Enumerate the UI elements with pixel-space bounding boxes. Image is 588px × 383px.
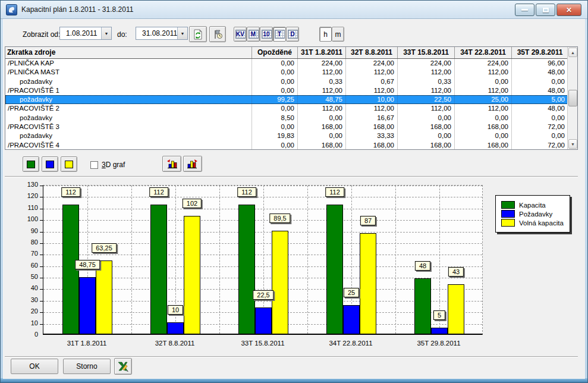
table-row[interactable]: /PLNIČKA KAP0,00224,00224,00224,00224,00… xyxy=(5,59,577,68)
period-button-10[interactable]: 10 xyxy=(260,27,273,42)
refresh-plan-button[interactable] xyxy=(189,26,207,42)
y-tick xyxy=(40,324,43,325)
period-button-m[interactable]: M xyxy=(247,27,260,42)
table-header-cell: 32T 8.8.2011 xyxy=(346,47,398,58)
value-cell: 0,00 xyxy=(512,114,568,123)
y-tick xyxy=(40,197,43,197)
value-cell: 112,00 xyxy=(398,86,455,95)
table-row[interactable]: /PRACOVIŠTĚ 20,00112,00112,00112,00112,0… xyxy=(5,104,577,113)
resource-name-cell: požadavky xyxy=(5,77,252,86)
period-button-d[interactable]: D xyxy=(286,27,299,42)
bar xyxy=(238,205,255,334)
titlebar[interactable]: Kapacitní plán 1.8.2011 - 31.8.2011 ✕ xyxy=(1,1,587,19)
series-color-button-1[interactable] xyxy=(42,156,58,172)
scrollbar-thumb[interactable] xyxy=(568,90,577,106)
value-cell: 48,00 xyxy=(512,68,568,77)
chart-next-button[interactable] xyxy=(183,156,202,172)
y-tick-label: 80 xyxy=(18,238,38,246)
footer-separator xyxy=(5,356,578,357)
milestone-flag-button[interactable] xyxy=(209,26,226,42)
bar-label-connector xyxy=(87,269,87,277)
excel-export-button[interactable] xyxy=(114,358,132,375)
date-from-combobox[interactable]: 1.08.2011 ▼ xyxy=(59,27,112,40)
value-cell: 0,00 xyxy=(455,131,512,140)
series-color-button-0[interactable] xyxy=(23,156,39,172)
value-cell: 99,25 xyxy=(252,95,298,104)
y-tick xyxy=(40,312,43,313)
period-button-kv[interactable]: KV xyxy=(234,27,247,42)
value-cell: 168,00 xyxy=(298,123,346,131)
table-header-cell: 33T 15.8.2011 xyxy=(398,47,455,58)
flag-clock-icon xyxy=(213,29,223,39)
value-cell: 96,00 xyxy=(512,59,568,68)
minimize-button[interactable] xyxy=(515,4,534,16)
y-tick-label: 70 xyxy=(18,250,38,257)
close-button[interactable]: ✕ xyxy=(556,4,581,16)
date-to-combobox[interactable]: 31.08.2011 ▼ xyxy=(136,27,188,40)
capacity-chart: 11248,7563,251121010211222,589,511225874… xyxy=(3,178,585,354)
capacity-plan-window: Kapacitní plán 1.8.2011 - 31.8.2011 ✕ Zo… xyxy=(0,0,588,383)
y-gridline xyxy=(43,197,482,197)
table-row[interactable]: požadavky99,2548,7510,0022,5025,005,00 xyxy=(5,95,577,104)
bar-value-label: 89,5 xyxy=(269,214,290,223)
period-button-label: T xyxy=(275,30,284,38)
bar-value-label: 25 xyxy=(344,288,359,297)
table-row[interactable]: požadavky8,500,0016,670,000,000,00 xyxy=(5,114,577,123)
date-from-dropdown-arrow-icon[interactable]: ▼ xyxy=(101,27,111,39)
legend-swatch-icon xyxy=(501,210,515,218)
bar xyxy=(79,277,96,334)
table-row[interactable]: /PLNIČKA MAST0,00112,00112,00112,00112,0… xyxy=(5,68,577,77)
resource-name-cell: /PRACOVIŠTĚ 4 xyxy=(5,141,252,150)
scroll-up-icon[interactable]: ▲ xyxy=(568,48,577,57)
dialog-client: Zobrazit od: 1.08.2011 ▼ do: 31.08.2011 … xyxy=(3,19,585,379)
bar-value-label: 87 xyxy=(360,216,376,225)
value-cell: 8,50 xyxy=(252,114,298,123)
y-tick-label: 90 xyxy=(18,227,38,234)
maximize-button[interactable] xyxy=(536,4,555,16)
table-row[interactable]: požadavky0,000,330,670,330,000,00 xyxy=(5,77,577,86)
value-cell: 0,00 xyxy=(512,131,568,140)
value-cell: 10,00 xyxy=(346,95,398,104)
resource-name-cell: /PRACOVIŠTĚ 2 xyxy=(5,104,252,113)
close-icon: ✕ xyxy=(566,6,572,14)
x-category-label: 34T 22.8.2011 xyxy=(312,340,389,347)
ok-button[interactable]: OK xyxy=(11,359,58,374)
value-cell: 0,00 xyxy=(455,77,512,86)
bar xyxy=(431,328,448,334)
table-body: /PLNIČKA KAP0,00224,00224,00224,00224,00… xyxy=(5,59,577,150)
bar xyxy=(167,322,184,334)
unit-button-m[interactable]: m xyxy=(332,27,344,42)
bar-value-label: 43 xyxy=(448,267,464,277)
bar-value-label: 102 xyxy=(183,199,202,208)
table-row[interactable]: /PRACOVIŠTĚ 10,00112,00112,00112,00112,0… xyxy=(5,86,577,95)
value-cell: 0,00 xyxy=(252,86,298,95)
y-gridline xyxy=(43,255,482,255)
date-to-dropdown-arrow-icon[interactable]: ▼ xyxy=(177,27,187,39)
bar-chart-right-arrow-icon xyxy=(187,159,199,169)
y-tick xyxy=(40,243,43,244)
table-row[interactable]: požadavky19,830,0033,330,000,000,00 xyxy=(5,131,577,140)
date-from-value: 1.08.2011 xyxy=(60,27,101,39)
series-color-button-2[interactable] xyxy=(61,156,77,172)
value-cell: 0,33 xyxy=(398,77,455,86)
3d-graph-checkbox-label[interactable]: 3D graf xyxy=(102,161,125,169)
table-header-cell: 31T 1.8.2011 xyxy=(298,47,346,58)
bar xyxy=(184,216,200,334)
y-tick xyxy=(40,255,43,255)
y-tick-label: 20 xyxy=(18,307,38,315)
table-row[interactable]: /PRACOVIŠTĚ 30,00168,00168,00168,00168,0… xyxy=(5,123,577,131)
table-row[interactable]: /PRACOVIŠTĚ 40,00168,00168,00168,00168,0… xyxy=(5,141,577,150)
chart-prev-button[interactable] xyxy=(162,156,181,172)
value-cell: 33,33 xyxy=(346,131,398,140)
scroll-down-icon[interactable]: ▼ xyxy=(568,139,577,149)
value-cell: 48,00 xyxy=(512,86,568,95)
value-cell: 0,00 xyxy=(252,104,298,113)
period-button-t[interactable]: T xyxy=(273,27,286,42)
3d-graph-checkbox[interactable] xyxy=(90,161,98,169)
cancel-button[interactable]: Storno xyxy=(63,359,111,374)
bar xyxy=(96,260,112,334)
bar-label-connector xyxy=(175,315,175,322)
color-swatch-icon xyxy=(46,161,54,168)
table-scrollbar[interactable]: ▲ ▼ xyxy=(567,47,577,149)
unit-button-h[interactable]: h xyxy=(319,27,332,42)
